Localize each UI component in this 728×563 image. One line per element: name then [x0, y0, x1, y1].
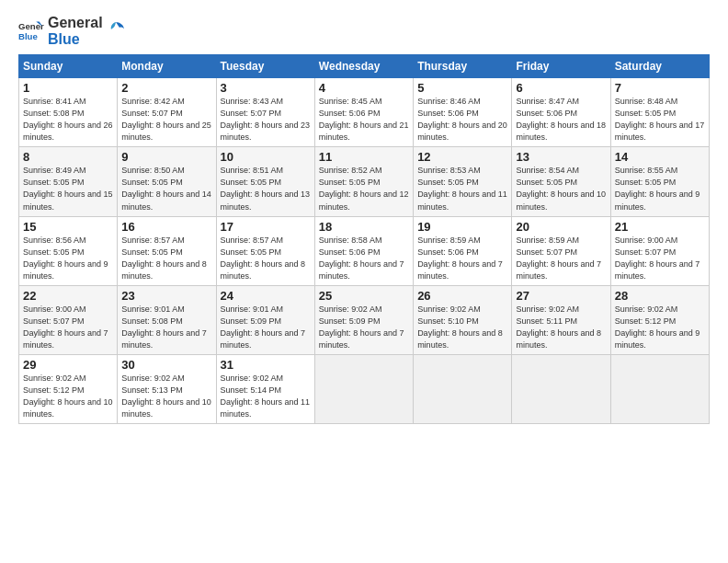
calendar-cell: 28Sunrise: 9:02 AMSunset: 5:12 PMDayligh… — [610, 285, 709, 354]
day-number: 8 — [23, 150, 113, 164]
day-number: 22 — [23, 289, 113, 303]
day-header-sunday: Sunday — [19, 55, 118, 78]
day-number: 23 — [121, 289, 211, 303]
day-info: Sunrise: 9:02 AMSunset: 5:09 PMDaylight:… — [319, 304, 404, 350]
day-info: Sunrise: 8:56 AMSunset: 5:05 PMDaylight:… — [23, 236, 108, 281]
calendar-cell: 30Sunrise: 9:02 AMSunset: 5:13 PMDayligh… — [118, 354, 216, 423]
calendar-cell — [512, 354, 610, 423]
day-info: Sunrise: 8:55 AMSunset: 5:05 PMDaylight:… — [615, 166, 700, 211]
day-info: Sunrise: 9:00 AMSunset: 5:07 PMDaylight:… — [23, 304, 108, 350]
day-number: 11 — [319, 150, 409, 164]
day-info: Sunrise: 8:59 AMSunset: 5:07 PMDaylight:… — [516, 236, 601, 281]
calendar-cell: 15Sunrise: 8:56 AMSunset: 5:05 PMDayligh… — [19, 216, 118, 285]
day-number: 30 — [121, 358, 211, 372]
day-header-tuesday: Tuesday — [216, 55, 314, 78]
day-info: Sunrise: 9:02 AMSunset: 5:14 PMDaylight:… — [221, 373, 311, 419]
calendar-cell: 11Sunrise: 8:52 AMSunset: 5:05 PMDayligh… — [314, 147, 413, 216]
day-number: 26 — [417, 289, 507, 303]
day-info: Sunrise: 8:46 AMSunset: 5:06 PMDaylight:… — [417, 97, 507, 142]
day-info: Sunrise: 9:01 AMSunset: 5:08 PMDaylight:… — [121, 304, 207, 350]
day-info: Sunrise: 8:57 AMSunset: 5:05 PMDaylight:… — [221, 236, 306, 281]
day-info: Sunrise: 9:01 AMSunset: 5:09 PMDaylight:… — [221, 304, 306, 350]
day-number: 10 — [221, 150, 311, 164]
day-info: Sunrise: 8:53 AMSunset: 5:05 PMDaylight:… — [417, 166, 507, 211]
day-number: 27 — [516, 289, 606, 303]
day-number: 17 — [221, 220, 311, 234]
calendar-cell — [414, 354, 512, 423]
day-info: Sunrise: 8:42 AMSunset: 5:07 PMDaylight:… — [121, 97, 211, 142]
calendar-cell: 27Sunrise: 9:02 AMSunset: 5:11 PMDayligh… — [512, 285, 610, 354]
calendar-cell: 16Sunrise: 8:57 AMSunset: 5:05 PMDayligh… — [118, 216, 216, 285]
day-header-friday: Friday — [512, 55, 610, 78]
calendar-cell: 10Sunrise: 8:51 AMSunset: 5:05 PMDayligh… — [216, 147, 314, 216]
calendar-cell — [610, 354, 709, 423]
svg-text:General: General — [18, 21, 44, 31]
day-number: 15 — [23, 220, 113, 234]
day-number: 3 — [221, 81, 311, 95]
day-info: Sunrise: 8:43 AMSunset: 5:07 PMDaylight:… — [221, 97, 311, 142]
day-info: Sunrise: 8:47 AMSunset: 5:06 PMDaylight:… — [516, 97, 606, 142]
calendar-cell: 21Sunrise: 9:00 AMSunset: 5:07 PMDayligh… — [610, 216, 709, 285]
day-number: 18 — [319, 220, 409, 234]
day-info: Sunrise: 8:57 AMSunset: 5:05 PMDaylight:… — [121, 236, 207, 281]
calendar-cell: 31Sunrise: 9:02 AMSunset: 5:14 PMDayligh… — [216, 354, 314, 423]
calendar-cell: 25Sunrise: 9:02 AMSunset: 5:09 PMDayligh… — [314, 285, 413, 354]
calendar-header-row: SundayMondayTuesdayWednesdayThursdayFrid… — [19, 55, 710, 78]
day-header-wednesday: Wednesday — [314, 55, 413, 78]
calendar-cell: 20Sunrise: 8:59 AMSunset: 5:07 PMDayligh… — [512, 216, 610, 285]
day-header-monday: Monday — [118, 55, 216, 78]
day-info: Sunrise: 8:45 AMSunset: 5:06 PMDaylight:… — [319, 97, 409, 142]
day-number: 24 — [221, 289, 311, 303]
calendar-cell: 5Sunrise: 8:46 AMSunset: 5:06 PMDaylight… — [414, 78, 512, 147]
day-info: Sunrise: 9:02 AMSunset: 5:12 PMDaylight:… — [615, 304, 700, 350]
calendar-cell: 22Sunrise: 9:00 AMSunset: 5:07 PMDayligh… — [19, 285, 118, 354]
calendar-cell: 14Sunrise: 8:55 AMSunset: 5:05 PMDayligh… — [610, 147, 709, 216]
day-info: Sunrise: 9:02 AMSunset: 5:10 PMDaylight:… — [417, 304, 503, 350]
week-row-2: 8Sunrise: 8:49 AMSunset: 5:05 PMDaylight… — [19, 147, 710, 216]
logo-blue: Blue — [48, 31, 103, 48]
day-info: Sunrise: 8:54 AMSunset: 5:05 PMDaylight:… — [516, 166, 606, 211]
day-number: 9 — [121, 150, 211, 164]
day-info: Sunrise: 9:02 AMSunset: 5:13 PMDaylight:… — [121, 373, 211, 419]
day-number: 19 — [417, 220, 507, 234]
day-number: 7 — [615, 81, 705, 95]
calendar-cell: 24Sunrise: 9:01 AMSunset: 5:09 PMDayligh… — [216, 285, 314, 354]
day-number: 25 — [319, 289, 409, 303]
week-row-5: 29Sunrise: 9:02 AMSunset: 5:12 PMDayligh… — [19, 354, 710, 423]
day-number: 21 — [615, 220, 705, 234]
day-info: Sunrise: 8:48 AMSunset: 5:05 PMDaylight:… — [615, 97, 705, 142]
week-row-3: 15Sunrise: 8:56 AMSunset: 5:05 PMDayligh… — [19, 216, 710, 285]
day-info: Sunrise: 9:02 AMSunset: 5:12 PMDaylight:… — [23, 373, 113, 419]
day-number: 29 — [23, 358, 113, 372]
day-number: 13 — [516, 150, 606, 164]
day-info: Sunrise: 8:50 AMSunset: 5:05 PMDaylight:… — [121, 166, 211, 211]
day-info: Sunrise: 8:49 AMSunset: 5:05 PMDaylight:… — [23, 166, 113, 211]
day-number: 6 — [516, 81, 606, 95]
day-info: Sunrise: 8:51 AMSunset: 5:05 PMDaylight:… — [221, 166, 311, 211]
calendar-body: 1Sunrise: 8:41 AMSunset: 5:08 PMDaylight… — [19, 78, 710, 424]
day-number: 12 — [417, 150, 507, 164]
day-number: 20 — [516, 220, 606, 234]
calendar-cell: 17Sunrise: 8:57 AMSunset: 5:05 PMDayligh… — [216, 216, 314, 285]
calendar-cell: 3Sunrise: 8:43 AMSunset: 5:07 PMDaylight… — [216, 78, 314, 147]
calendar-cell: 6Sunrise: 8:47 AMSunset: 5:06 PMDaylight… — [512, 78, 610, 147]
calendar-cell: 4Sunrise: 8:45 AMSunset: 5:06 PMDaylight… — [314, 78, 413, 147]
day-info: Sunrise: 9:00 AMSunset: 5:07 PMDaylight:… — [615, 236, 700, 281]
header: General Blue General Blue — [18, 15, 710, 47]
logo-bird-icon — [107, 20, 125, 42]
day-info: Sunrise: 8:58 AMSunset: 5:06 PMDaylight:… — [319, 236, 404, 281]
day-number: 14 — [615, 150, 705, 164]
calendar-cell: 7Sunrise: 8:48 AMSunset: 5:05 PMDaylight… — [610, 78, 709, 147]
calendar-cell: 9Sunrise: 8:50 AMSunset: 5:05 PMDaylight… — [118, 147, 216, 216]
calendar-cell: 12Sunrise: 8:53 AMSunset: 5:05 PMDayligh… — [414, 147, 512, 216]
calendar-table: SundayMondayTuesdayWednesdayThursdayFrid… — [18, 54, 710, 424]
svg-text:Blue: Blue — [18, 30, 38, 40]
day-info: Sunrise: 9:02 AMSunset: 5:11 PMDaylight:… — [516, 304, 601, 350]
logo: General Blue General Blue — [18, 15, 125, 47]
day-header-thursday: Thursday — [414, 55, 512, 78]
logo-icon: General Blue — [18, 18, 44, 44]
logo-general: General — [48, 15, 103, 31]
day-number: 2 — [121, 81, 211, 95]
day-number: 5 — [417, 81, 507, 95]
calendar-cell: 2Sunrise: 8:42 AMSunset: 5:07 PMDaylight… — [118, 78, 216, 147]
